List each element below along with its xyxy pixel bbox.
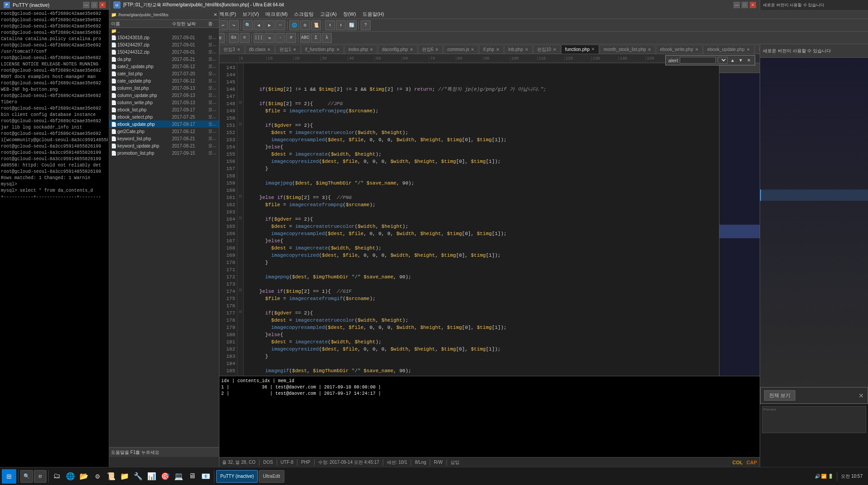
fold-indicator[interactable] bbox=[237, 171, 243, 179]
alert-close-btn[interactable]: ✕ bbox=[746, 57, 752, 64]
fold-indicator[interactable] bbox=[237, 258, 243, 265]
fl-close-btn[interactable]: ✕ bbox=[214, 12, 217, 17]
restore-btn[interactable]: □ bbox=[91, 2, 97, 8]
ue-close-btn[interactable]: ✕ bbox=[750, 2, 756, 8]
upload-btn[interactable]: ⬆ bbox=[325, 20, 335, 30]
fold-indicator[interactable]: ⊟ bbox=[237, 309, 243, 316]
taskbar-app-icon[interactable]: 📂 bbox=[78, 470, 90, 483]
taskbar-app-icon[interactable]: 🖥 bbox=[186, 470, 199, 483]
fold-indicator[interactable] bbox=[237, 244, 243, 251]
file-tab[interactable]: 편집6✕ bbox=[418, 45, 443, 54]
fold-indicator[interactable] bbox=[237, 85, 243, 92]
tab-close-btn[interactable]: ✕ bbox=[525, 47, 529, 52]
tab-close-btn[interactable]: ✕ bbox=[237, 47, 241, 52]
undo-btn[interactable]: ↩ bbox=[218, 20, 228, 30]
menu-item[interactable]: 보기(V) bbox=[240, 10, 262, 18]
file-list-item[interactable]: 📄 1504244312.zip 2017-09-01 오... bbox=[109, 48, 219, 55]
fold-indicator[interactable]: ⊟ bbox=[237, 99, 243, 106]
file-tab[interactable]: ebook_write.php✕ bbox=[656, 45, 702, 54]
file-list-item[interactable]: 📄 keyword_list.php 2017-08-21 오... bbox=[109, 135, 219, 142]
minimize-btn[interactable]: — bbox=[83, 2, 89, 8]
fold-indicator[interactable] bbox=[237, 208, 243, 215]
fold-indicator[interactable] bbox=[237, 157, 243, 164]
file-list-item[interactable]: 📄 cate_list.php 2017-07-20 오... bbox=[109, 70, 219, 77]
fold-indicator[interactable] bbox=[237, 323, 243, 330]
menu-item[interactable]: 창(W) bbox=[340, 10, 359, 18]
fold-indicator[interactable] bbox=[237, 359, 243, 366]
fold-indicator[interactable]: ⊟ bbox=[237, 287, 243, 294]
file-list-item[interactable]: 📄 cate2_update.php 2017-06-12 오... bbox=[109, 63, 219, 70]
fold-indicator[interactable] bbox=[237, 63, 243, 70]
ue-minimize-btn[interactable]: — bbox=[733, 2, 740, 8]
sync-btn[interactable]: 🔄 bbox=[347, 20, 357, 30]
fold-indicator[interactable] bbox=[237, 179, 243, 186]
code-editor-area[interactable]: 1431441451461471481491501511521531541551… bbox=[219, 63, 760, 376]
replace-btn[interactable]: ↔ bbox=[275, 20, 285, 30]
close-btn[interactable]: ✕ bbox=[99, 2, 106, 8]
taskbar-app-icon[interactable]: 📁 bbox=[118, 470, 131, 483]
code-content[interactable]: if($timg[2] != 1 && $timg[2] != 2 && $ti… bbox=[244, 63, 719, 376]
file-list-item[interactable]: 📄 keyword_update.php 2017-08-21 오... bbox=[109, 142, 219, 149]
file-tab[interactable]: 편집13✕ bbox=[755, 45, 760, 54]
script-btn[interactable]: 📜 bbox=[311, 20, 321, 30]
tab-close-btn[interactable]: ✕ bbox=[336, 47, 340, 52]
find-btn[interactable]: 🔍 bbox=[243, 20, 253, 30]
alert-down-btn[interactable]: ▼ bbox=[738, 57, 744, 64]
taskbar-app-icon[interactable]: 💻 bbox=[172, 470, 185, 483]
tab-close-btn[interactable]: ✕ bbox=[267, 47, 271, 52]
menu-item[interactable]: 도움말(H) bbox=[360, 10, 387, 18]
file-list-item[interactable]: 📄 get2Cate.php 2017-06-12 오... bbox=[109, 128, 219, 135]
tab-close-btn[interactable]: ✕ bbox=[471, 47, 474, 52]
taskbar-app-icon[interactable]: 🔧 bbox=[132, 470, 144, 483]
whitespace-btn[interactable]: · bbox=[275, 33, 285, 43]
fold-indicator[interactable] bbox=[237, 330, 243, 337]
hex-btn[interactable]: 0x bbox=[229, 33, 239, 43]
file-tab[interactable]: index.php✕ bbox=[344, 45, 377, 54]
file-list-item[interactable]: 📄 1504243018.zip 2017-09-01 오... bbox=[109, 34, 219, 41]
menu-item[interactable]: 매크로(M) bbox=[263, 10, 291, 18]
file-tab[interactable]: common.js✕ bbox=[443, 45, 478, 54]
menu-item[interactable]: 스크립팅 bbox=[291, 10, 316, 18]
tab-close-btn[interactable]: ✕ bbox=[410, 47, 413, 52]
fold-indicator[interactable] bbox=[237, 150, 243, 157]
find-next-btn[interactable]: ▶ bbox=[265, 20, 274, 30]
taskbar-app-icon[interactable]: 🎯 bbox=[159, 470, 172, 483]
fold-indicator[interactable] bbox=[237, 106, 243, 114]
extra-btn2[interactable]: λ bbox=[322, 33, 332, 43]
taskbar-ue[interactable]: UltraEdit bbox=[259, 470, 284, 483]
fold-indicator[interactable] bbox=[237, 70, 243, 78]
fold-indicator[interactable] bbox=[237, 345, 243, 352]
fold-indicator[interactable] bbox=[237, 301, 243, 309]
fold-indicator[interactable] bbox=[237, 164, 243, 171]
fold-indicator[interactable]: ⊟ bbox=[237, 121, 243, 128]
file-list-item[interactable]: 📁 .. bbox=[109, 28, 219, 34]
taskbar-app-icon[interactable]: 🗂 bbox=[51, 470, 63, 483]
fold-indicator[interactable] bbox=[237, 222, 243, 229]
find-prev-btn[interactable]: ◀ bbox=[254, 20, 264, 30]
fold-indicator[interactable]: ⊟ bbox=[237, 193, 243, 200]
file-tab[interactable]: if.php✕ bbox=[479, 45, 503, 54]
fold-indicator[interactable] bbox=[237, 143, 243, 150]
file-tab[interactable]: function.php✕ bbox=[561, 45, 599, 54]
taskbar-search-btn[interactable]: 🔍 bbox=[20, 470, 33, 483]
taskbar-taskview-btn[interactable]: ⊟ bbox=[34, 470, 46, 483]
fold-indicator[interactable] bbox=[237, 128, 243, 135]
file-list-item[interactable]: 📄 ebook_list.php 2017-09-17 오... bbox=[109, 106, 219, 113]
extra-btn1[interactable]: Σ bbox=[311, 33, 321, 43]
preview-close-btn[interactable]: ✕ bbox=[859, 392, 864, 399]
fold-indicator[interactable] bbox=[237, 316, 243, 323]
file-tab[interactable]: 편집10✕ bbox=[533, 45, 561, 54]
file-list-item[interactable]: 📄 column_update.php 2017-09-13 오... bbox=[109, 92, 219, 99]
ftp-btn[interactable]: 🌐 bbox=[289, 20, 299, 30]
tab-close-btn[interactable]: ✕ bbox=[435, 47, 439, 52]
file-tab[interactable]: ebook_update.php✕ bbox=[703, 45, 754, 54]
file-tab[interactable]: 편집1✕ bbox=[275, 45, 301, 54]
tab-close-btn[interactable]: ✕ bbox=[747, 47, 750, 52]
alert-input[interactable] bbox=[680, 57, 716, 64]
fold-indicator[interactable] bbox=[237, 337, 243, 345]
taskbar-app-icon[interactable]: 📊 bbox=[145, 470, 158, 483]
file-tab[interactable]: 편집3✕ bbox=[219, 45, 245, 54]
tab-close-btn[interactable]: ✕ bbox=[553, 47, 557, 52]
preview-full-btn[interactable]: 전체 보기 bbox=[764, 390, 795, 401]
taskbar-app-icon[interactable]: ⚙ bbox=[91, 470, 104, 483]
